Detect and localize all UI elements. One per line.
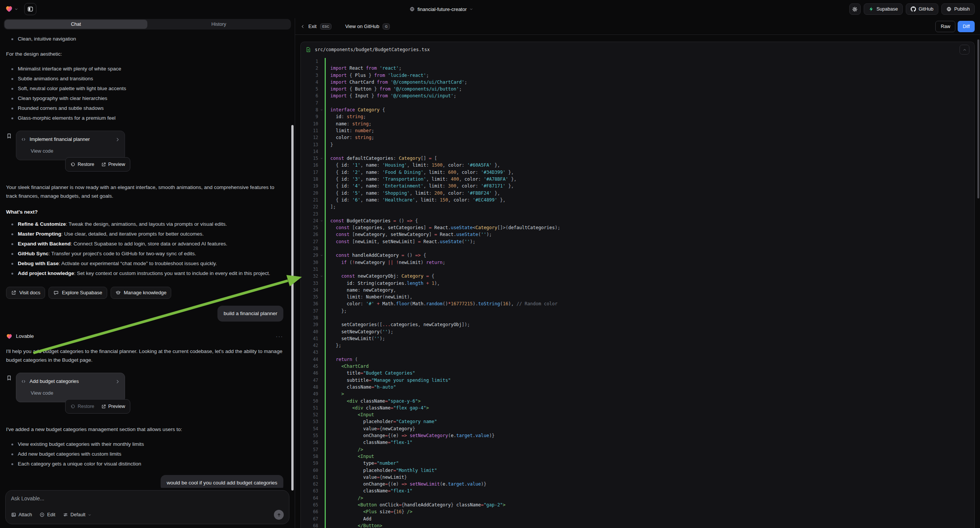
line-number: 51 [301, 404, 318, 411]
supabase-button[interactable]: Supabase [864, 3, 903, 15]
exit-button[interactable]: Exit [309, 24, 317, 29]
restore-button[interactable]: Restore [70, 402, 94, 410]
raw-button[interactable]: Raw [935, 21, 955, 32]
attach-label: Attach [19, 512, 32, 517]
code-line: 31 [301, 266, 974, 273]
publish-button[interactable]: Publish [941, 3, 975, 15]
code-line-content: onChange={(e) => setNewCategory(e.target… [325, 432, 974, 439]
code-scrollbar[interactable] [977, 40, 979, 199]
file-header[interactable]: src/components/budget/BudgetCategories.t… [301, 42, 974, 57]
fold-spacer [318, 308, 325, 314]
preview-label: Preview [108, 160, 125, 169]
code-line-content: title="Budget Categories" [325, 370, 974, 377]
chevron-right-icon [115, 379, 120, 384]
fold-chevron-icon[interactable] [318, 107, 325, 113]
code-line: 66 <Plus size={16} /> [301, 508, 974, 515]
bullet-dot-icon [11, 243, 13, 245]
version-card[interactable]: Implement financial plannerView code [16, 131, 125, 160]
code-line-content: { id: '2', name: 'Food & Dining', limit:… [325, 169, 974, 176]
external-link-icon [11, 290, 16, 296]
line-number: 11 [301, 127, 318, 134]
list-item-text: Glass-morphic elements for a premium fee… [18, 114, 116, 122]
line-number: 62 [301, 481, 318, 487]
code-line-content: const newCategoryObj: Category = { [325, 273, 974, 280]
restore-button[interactable]: Restore [70, 160, 94, 169]
line-number: 15 [301, 155, 318, 162]
version-card[interactable]: Add budget categoriesView code [16, 373, 125, 402]
code-line: 39 setCategories([...categories, newCate… [301, 321, 974, 328]
code-line-content: setCategories([...categories, newCategor… [325, 321, 974, 328]
settings-button[interactable] [849, 3, 861, 15]
explore-supabase-button[interactable]: Explore Supabase [48, 287, 107, 299]
tab-history[interactable]: History [147, 20, 290, 29]
button-label: Visit docs [19, 289, 40, 297]
bullet-dot-icon [11, 453, 13, 455]
chat-input[interactable]: Ask Lovable... [11, 495, 284, 501]
toggle-sidebar-button[interactable] [24, 3, 37, 15]
fold-spacer [318, 148, 325, 155]
code-line: 48 className="h-auto" [301, 384, 974, 391]
lovable-logo-menu[interactable] [5, 5, 18, 13]
fold-spacer [318, 197, 325, 204]
mode-select[interactable]: Default [63, 512, 91, 517]
code-line: 26 const [newCategory, setNewCategory] =… [301, 231, 974, 238]
fold-chevron-icon[interactable] [318, 218, 325, 224]
list-item-text: Soft, neutral color palette with light b… [18, 84, 126, 93]
diff-button[interactable]: Diff [958, 21, 975, 32]
code-line-content: value={newLimit} [325, 474, 974, 481]
bullet-dot-icon [11, 98, 13, 100]
visit-docs-button[interactable]: Visit docs [6, 287, 45, 299]
code-line: 2import React from 'react'; [301, 65, 974, 72]
list-item: Soft, neutral color palette with light b… [6, 84, 283, 93]
chevron-left-icon [301, 24, 305, 29]
line-number: 21 [301, 197, 318, 204]
line-number: 14 [301, 148, 318, 155]
view-code-link[interactable]: View code [31, 389, 120, 397]
view-code-link[interactable]: View code [31, 147, 120, 155]
code-line: 44 return ( [301, 356, 974, 363]
preview-button[interactable]: Preview [101, 160, 125, 169]
fold-chevron-icon[interactable] [318, 273, 325, 280]
fold-chevron-icon[interactable] [318, 252, 325, 259]
sliders-icon [63, 512, 68, 517]
chat-scrollbar[interactable] [291, 125, 294, 490]
code-line-content: name: newCategory, [325, 287, 974, 294]
code-line: 43 [301, 349, 974, 356]
code-line: 65 <Button onClick={handleAddCategory} c… [301, 501, 974, 508]
edit-button[interactable]: Edit [40, 512, 55, 517]
code-line-content: Add [325, 515, 974, 522]
preview-button[interactable]: Preview [101, 402, 125, 410]
line-number: 1 [301, 58, 318, 65]
chat-input-box[interactable]: Ask Lovable... Attach Edit Default [5, 490, 290, 524]
code-line-content: const [newCategory, setNewCategory] = Re… [325, 231, 974, 238]
bookmark-icon[interactable] [6, 375, 12, 413]
line-number: 44 [301, 356, 318, 363]
line-number: 36 [301, 301, 318, 307]
send-button[interactable] [274, 510, 284, 520]
fold-spacer [318, 301, 325, 307]
line-number: 42 [301, 342, 318, 349]
attach-button[interactable]: Attach [11, 512, 32, 517]
code-line-content: { id: '3', name: 'Transportation', limit… [325, 176, 974, 183]
lovable-heart-icon [5, 5, 13, 13]
code-line: 24const BudgetCategories = () => { [301, 218, 974, 224]
message-more-button[interactable]: ··· [276, 332, 283, 340]
github-button[interactable]: GitHub [906, 3, 938, 15]
code-line-content: { id: '4', name: 'Entertainment', limit:… [325, 183, 974, 189]
list-item: GitHub Sync: Transfer your project's cod… [6, 250, 283, 258]
line-number: 50 [301, 398, 318, 404]
code-line-content [325, 211, 974, 218]
code-line: 53 placeholder="Category name" [301, 418, 974, 425]
fold-chevron-icon[interactable] [318, 155, 325, 162]
collapse-file-button[interactable] [959, 45, 969, 54]
manage-knowledge-button[interactable]: Manage knowledge [111, 287, 172, 299]
bookmark-icon[interactable] [6, 133, 12, 172]
fold-spacer [318, 183, 325, 189]
tab-chat[interactable]: Chat [5, 20, 147, 29]
view-on-github-button[interactable]: View on GitHub [345, 24, 379, 29]
code-line: 46 title="Budget Categories" [301, 370, 974, 377]
code-line-content: onChange={(e) => setNewLimit(e.target.va… [325, 481, 974, 487]
fold-spacer [318, 439, 325, 446]
file-added-icon [306, 47, 311, 52]
project-switcher[interactable]: financial-future-creator [409, 0, 473, 18]
